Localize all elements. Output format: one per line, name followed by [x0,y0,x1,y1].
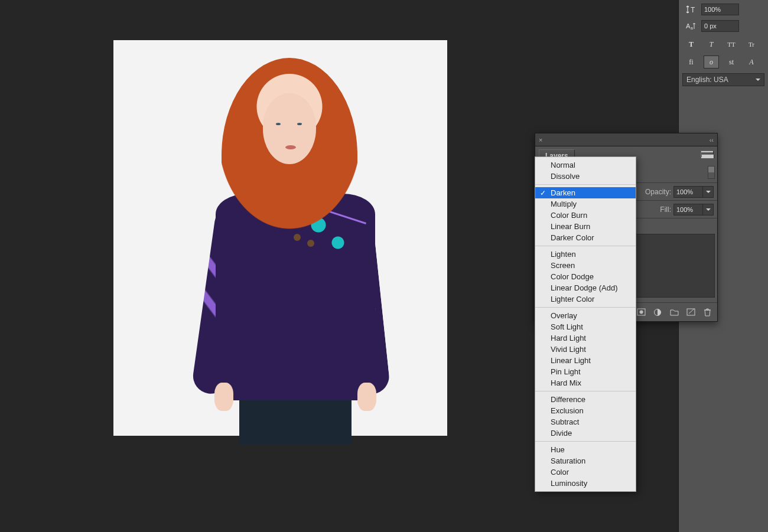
blend-mode-item[interactable]: Color Dodge [535,271,636,282]
blend-mode-item[interactable]: Exclusion [535,405,636,416]
faux-bold-button[interactable]: T [684,38,699,51]
blend-mode-item[interactable]: Hue [535,444,636,455]
opacity-input[interactable]: 100% [673,186,703,198]
collapse-icon[interactable]: ‹‹ [710,136,714,143]
vertical-scale-icon: T [684,4,699,15]
blend-mode-item[interactable]: Pin Light [535,366,636,377]
blend-mode-item[interactable]: Lighter Color [535,293,636,305]
blend-mode-item[interactable]: Hard Light [535,332,636,344]
blend-mode-item[interactable]: Difference [535,394,636,405]
document-canvas[interactable] [113,40,447,436]
contextual-alt-button[interactable]: o [704,56,719,68]
blend-mode-item[interactable]: Screen [535,260,636,271]
blend-mode-item[interactable]: Color [535,466,636,478]
blend-mode-item[interactable]: Dissolve [535,171,636,182]
ligatures-button[interactable]: fi [684,56,699,68]
vertical-scale-input[interactable]: 100% [701,4,739,15]
mask-icon[interactable] [636,307,646,318]
blend-mode-item[interactable]: Linear Light [535,355,636,366]
fill-label: Fill: [660,205,671,214]
new-layer-icon[interactable] [685,307,696,318]
filter-toggle[interactable] [708,166,715,179]
blend-mode-item[interactable]: Subtract [535,416,636,427]
opentype-row: fi o st A [679,53,768,71]
opacity-label: Opacity: [645,188,671,196]
blend-mode-item[interactable]: Normal [535,159,636,171]
svg-text:a: a [691,26,693,30]
group-icon[interactable] [669,307,679,318]
canvas-image [145,40,416,436]
blend-mode-item[interactable]: Divide [535,427,636,439]
blend-mode-item[interactable]: Linear Dodge (Add) [535,282,636,293]
baseline-shift-input[interactable]: 0 px [701,20,739,32]
blend-mode-item[interactable]: Soft Light [535,321,636,332]
blend-mode-item[interactable]: Multiply [535,198,636,210]
all-caps-button[interactable]: TT [724,38,739,51]
layers-panel-header[interactable]: × ‹‹ [535,133,717,146]
svg-point-10 [639,311,643,314]
blend-mode-menu[interactable]: NormalDissolveDarkenMultiplyColor BurnLi… [535,156,636,492]
svg-text:T: T [691,6,695,14]
fill-dropdown-button[interactable] [703,204,714,216]
swash-button[interactable]: A [744,56,759,68]
blend-mode-item[interactable]: Overlay [535,310,636,321]
language-dropdown[interactable]: English: USA [682,73,764,86]
stylistic-button[interactable]: st [724,56,739,68]
fill-input[interactable]: 100% [673,204,703,216]
blend-mode-item[interactable]: Lighten [535,249,636,260]
blend-mode-item[interactable]: Linear Burn [535,221,636,232]
character-panel: T 100% Aa 0 px T T TT Tr fi o st A Engli… [679,0,768,89]
blend-mode-item[interactable]: Saturation [535,455,636,466]
chevron-down-icon [756,76,760,84]
blend-mode-item[interactable]: Darken [535,187,636,198]
blend-mode-item[interactable]: Luminosity [535,478,636,489]
baseline-shift-icon: Aa [684,21,699,31]
trash-icon[interactable] [702,307,712,318]
language-value: English: USA [686,76,728,84]
small-caps-button[interactable]: Tr [744,38,759,51]
opacity-dropdown-button[interactable] [703,186,714,198]
blend-mode-item[interactable]: Vivid Light [535,344,636,355]
blend-mode-item[interactable]: Hard Mix [535,377,636,389]
blend-mode-item[interactable]: Darker Color [535,232,636,243]
blend-mode-item[interactable]: Color Burn [535,210,636,221]
panel-menu-icon[interactable] [701,151,714,158]
type-style-row: T T TT Tr [679,35,768,53]
svg-text:A: A [686,22,691,30]
close-icon[interactable]: × [539,136,542,143]
adjustment-icon[interactable] [652,307,663,318]
faux-italic-button[interactable]: T [704,38,719,51]
